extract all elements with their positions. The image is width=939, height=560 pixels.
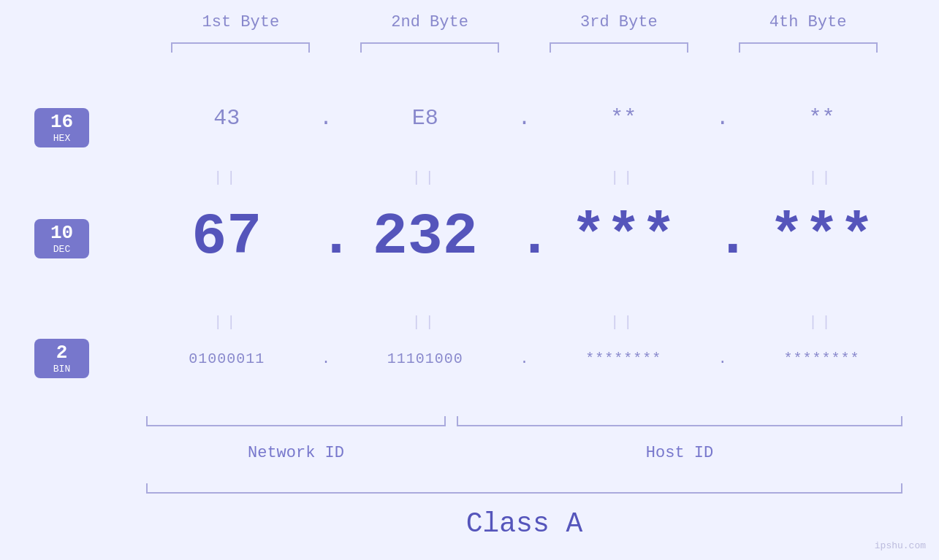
hex-b3: **	[554, 106, 693, 131]
hex-badge-label: HEX	[39, 133, 85, 144]
class-label: Class A	[146, 508, 902, 540]
byte3-header: 3rd Byte	[550, 13, 688, 31]
bottom-brackets	[146, 416, 902, 426]
bin-dot2: .	[517, 350, 531, 367]
bin-badge-label: BIN	[39, 364, 85, 375]
dec-dot3: .	[715, 208, 730, 266]
bin-b3: ********	[554, 350, 693, 367]
bin-dot3: .	[715, 350, 730, 367]
dec-badge-label: DEC	[39, 244, 85, 255]
bin-b1: 01000011	[157, 350, 296, 367]
top-brackets	[146, 42, 902, 53]
dec-badge: 10 DEC	[34, 219, 89, 258]
hex-dot1: .	[319, 106, 333, 131]
bin-dot1: .	[319, 350, 333, 367]
equals-row-1: || || || ||	[146, 169, 902, 186]
bin-b2: 11101000	[356, 350, 495, 367]
hex-b2: E8	[356, 106, 495, 131]
top-bracket-1	[171, 42, 310, 53]
hex-dot3: .	[715, 106, 730, 131]
equals-row-2: || || || ||	[146, 314, 902, 331]
byte-headers: 1st Byte 2nd Byte 3rd Byte 4th Byte	[146, 13, 902, 31]
eq2-b3: ||	[554, 314, 693, 331]
dec-dot1: .	[319, 208, 333, 266]
host-id-label: Host ID	[457, 444, 902, 462]
top-bracket-2	[360, 42, 499, 53]
eq1-b4: ||	[753, 169, 892, 186]
eq2-b2: ||	[356, 314, 495, 331]
eq1-b1: ||	[157, 169, 296, 186]
dec-b4: ***	[753, 208, 892, 266]
dec-dot2: .	[517, 208, 531, 266]
dec-b3: ***	[554, 208, 693, 266]
bin-badge: 2 BIN	[34, 339, 89, 378]
dec-row: 67 . 232 . *** . ***	[146, 208, 902, 266]
hex-b1: 43	[157, 106, 296, 131]
bin-badge-num: 2	[39, 342, 85, 364]
byte4-header: 4th Byte	[739, 13, 878, 31]
watermark: ipshu.com	[875, 540, 926, 551]
hex-row: 43 . E8 . ** . **	[146, 106, 902, 131]
hex-b4: **	[753, 106, 892, 131]
hex-badge-num: 16	[39, 112, 85, 133]
byte1-header: 1st Byte	[171, 13, 310, 31]
network-id-label: Network ID	[146, 444, 446, 462]
main-page: 1st Byte 2nd Byte 3rd Byte 4th Byte 16 H…	[0, 0, 939, 560]
eq2-b1: ||	[157, 314, 296, 331]
dec-b1: 67	[157, 208, 296, 266]
top-bracket-4	[739, 42, 878, 53]
byte2-header: 2nd Byte	[360, 13, 499, 31]
top-bracket-3	[550, 42, 688, 53]
host-bracket	[457, 416, 902, 426]
hex-badge: 16 HEX	[34, 108, 89, 147]
dec-badge-num: 10	[39, 223, 85, 244]
hex-dot2: .	[517, 106, 531, 131]
bin-row: 01000011 . 11101000 . ******** . *******…	[146, 350, 902, 367]
network-bracket	[146, 416, 446, 426]
dec-b2: 232	[356, 208, 495, 266]
eq2-b4: ||	[753, 314, 892, 331]
eq1-b3: ||	[554, 169, 693, 186]
bin-b4: ********	[753, 350, 892, 367]
eq1-b2: ||	[356, 169, 495, 186]
full-bottom-bracket	[146, 483, 902, 494]
